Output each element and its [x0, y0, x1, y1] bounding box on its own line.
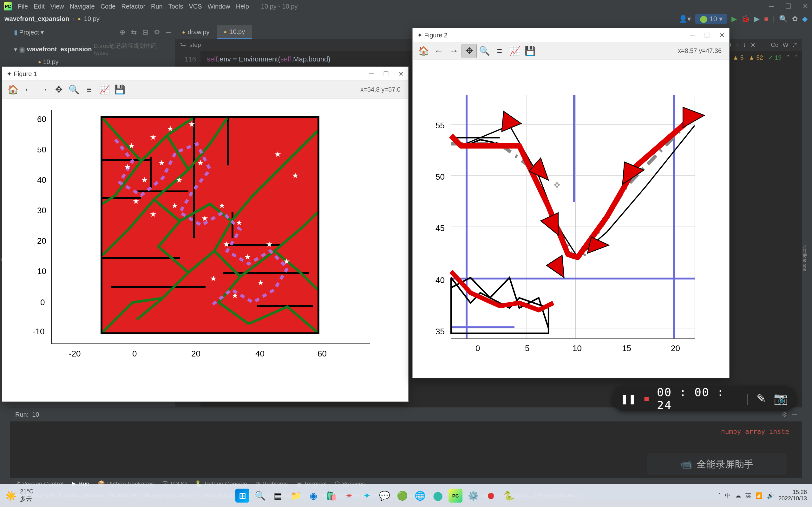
minimize-icon[interactable]: ─	[769, 2, 774, 10]
close-icon[interactable]: ✕	[719, 32, 725, 39]
pan-icon[interactable]: ✥	[461, 44, 477, 58]
notifications-tab[interactable]: Notifications	[802, 245, 808, 271]
run-output[interactable]: numpy array inste	[10, 421, 802, 442]
debug-button-icon[interactable]: 🐞	[741, 15, 750, 23]
menu-edit[interactable]: Edit	[34, 3, 44, 10]
menu-file[interactable]: File	[18, 3, 28, 10]
onedrive-icon[interactable]: ☁	[735, 492, 741, 499]
hide-icon[interactable]: ─	[792, 411, 797, 418]
app-icon[interactable]: ⚙️	[466, 489, 480, 503]
crumb-close-icon[interactable]: ✕	[751, 42, 756, 49]
close-icon[interactable]: ✕	[398, 70, 404, 78]
hide-icon[interactable]: ─	[166, 28, 171, 37]
store-icon[interactable]: 🛍️	[324, 489, 338, 503]
save-icon[interactable]: 💾	[522, 44, 538, 58]
windows-taskbar[interactable]: ☀️ 21°C 多云 ⊞ 🔍 ▤ 📁 ◉ 🛍️ ✴ ✦ 💬 🟢 🌐 ⬤ PC ⚙…	[0, 484, 812, 507]
home-icon[interactable]: 🏠	[5, 83, 20, 97]
recorder-icon[interactable]: ⏺	[484, 489, 498, 503]
figure2-window[interactable]: ✦ Figure 2 ─ ☐ ✕ 🏠 ← → ✥ 🔍 ≡ 📈 💾 x=8.57 …	[412, 28, 729, 378]
maximize-icon[interactable]: ☐	[785, 2, 792, 10]
run-config-selector[interactable]: ⬤ 10 ▾	[695, 14, 727, 24]
ok-badge[interactable]: ✓ 19	[768, 54, 781, 61]
tray-chevron-icon[interactable]: ˄	[718, 492, 721, 499]
clock-time[interactable]: 15:28	[778, 489, 807, 496]
figure1-window[interactable]: ✦ Figure 1 ─ ☐ ✕ 🏠 ← → ✥ 🔍 ≡ 📈 💾 x=54.8 …	[2, 66, 409, 402]
menu-vcs[interactable]: VCS	[189, 3, 202, 10]
pycharm-icon[interactable]: PC	[449, 489, 462, 503]
warning-badge[interactable]: ▲ 5	[733, 54, 744, 61]
subplots-icon[interactable]: ≡	[492, 44, 507, 58]
editor-tab-10[interactable]: ● 10.py	[217, 25, 252, 39]
chrome-icon[interactable]: 🌐	[413, 489, 427, 503]
camera-icon[interactable]: 📷	[774, 392, 788, 405]
settings-icon[interactable]: ✿	[792, 15, 798, 23]
crumb-up-icon[interactable]: ↑	[735, 42, 739, 49]
app-icon[interactable]: ✦	[360, 489, 374, 503]
chevron-down-icon[interactable]: ˅	[795, 54, 798, 61]
user-icon[interactable]: 👤▾	[679, 15, 691, 23]
back-icon[interactable]: ←	[20, 83, 36, 97]
menu-help[interactable]: Help	[236, 3, 249, 10]
gear-icon[interactable]: ◆	[802, 15, 808, 23]
right-tool-stripe[interactable]: Notifications	[802, 25, 812, 488]
wifi-icon[interactable]: 📶	[756, 492, 763, 499]
menu-code[interactable]: Code	[101, 3, 116, 10]
chevron-up-icon[interactable]: ˄	[786, 54, 790, 61]
minimize-icon[interactable]: ─	[690, 32, 695, 39]
task-view-icon[interactable]: ▤	[271, 489, 285, 503]
regex[interactable]: .*	[793, 42, 797, 49]
editor-crumb[interactable]: step	[190, 42, 201, 48]
vscode-icon[interactable]: ⬤	[431, 489, 445, 503]
gear-icon[interactable]: ⚙	[781, 411, 787, 418]
menu-refactor[interactable]: Refactor	[121, 3, 145, 10]
app-icon[interactable]: ✴	[342, 489, 356, 503]
ime-lang2[interactable]: 英	[745, 492, 751, 499]
stop-icon[interactable]: ■	[644, 394, 649, 404]
maximize-icon[interactable]: ☐	[383, 70, 389, 78]
search-icon[interactable]: 🔍	[253, 489, 267, 503]
pause-icon[interactable]: ❚❚	[620, 393, 636, 404]
subplots-icon[interactable]: ≡	[82, 83, 97, 97]
volume-icon[interactable]: 🔊	[767, 492, 774, 499]
axis-icon[interactable]: 📈	[97, 83, 112, 97]
expand-icon[interactable]: ⇆	[131, 28, 137, 37]
axis-icon[interactable]: 📈	[507, 44, 522, 58]
back-icon[interactable]: ←	[431, 44, 446, 58]
start-button-icon[interactable]: ⊞	[235, 489, 249, 503]
explorer-icon[interactable]: 📁	[289, 489, 303, 503]
crumb-down-icon[interactable]: ↓	[743, 42, 746, 49]
pen-icon[interactable]: ✎	[757, 392, 766, 405]
forward-icon[interactable]: →	[446, 44, 461, 58]
weather-widget[interactable]: ☀️ 21°C 多云	[5, 488, 33, 503]
locate-icon[interactable]: ⊕	[119, 28, 125, 37]
typo-badge[interactable]: ▲ 52	[749, 54, 763, 61]
match-word[interactable]: W	[782, 42, 788, 49]
python-window-icon[interactable]: 🐍	[502, 489, 516, 503]
settings-icon[interactable]: ⚙	[154, 28, 160, 37]
collapse-icon[interactable]: ⊟	[142, 28, 148, 37]
app-icon[interactable]: 🟢	[395, 489, 409, 503]
forward-icon[interactable]: →	[36, 83, 51, 97]
menu-window[interactable]: Window	[208, 3, 230, 10]
menu-view[interactable]: View	[50, 3, 64, 10]
breadcrumb-project[interactable]: wavefront_expansion	[4, 15, 69, 22]
save-icon[interactable]: 💾	[112, 83, 127, 97]
zoom-icon[interactable]: 🔍	[66, 83, 82, 97]
pan-icon[interactable]: ✥	[51, 83, 66, 97]
edge-icon[interactable]: ◉	[306, 489, 320, 503]
breadcrumb-file[interactable]: 10.py	[84, 15, 100, 22]
minimize-icon[interactable]: ─	[369, 70, 374, 78]
run-button-icon[interactable]: ▶	[731, 15, 737, 23]
ime-lang[interactable]: 中	[725, 492, 731, 499]
figure1-canvas[interactable]: ★★★ ★★★ ★★★ ★★★ ★★★ ★★★ ★★★ ★★★ -20 0 20…	[2, 99, 408, 401]
stop-button-icon[interactable]: ■	[764, 15, 768, 23]
figure2-canvas[interactable]: ✥ 0 5 10 15 20 35 40 45 50 55	[413, 60, 729, 378]
maximize-icon[interactable]: ☐	[704, 32, 710, 39]
tree-file[interactable]: 10.py	[43, 58, 59, 66]
home-icon[interactable]: 🏠	[416, 44, 431, 58]
screen-recorder-bar[interactable]: ❚❚ ■ 00 : 00 : 24 | ✎ 📷	[612, 386, 796, 411]
wechat-icon[interactable]: 💬	[377, 489, 392, 503]
coverage-icon[interactable]: ▶	[754, 15, 760, 23]
search-icon[interactable]: 🔍	[779, 15, 788, 23]
editor-tab-draw[interactable]: ● draw.py	[175, 25, 217, 39]
